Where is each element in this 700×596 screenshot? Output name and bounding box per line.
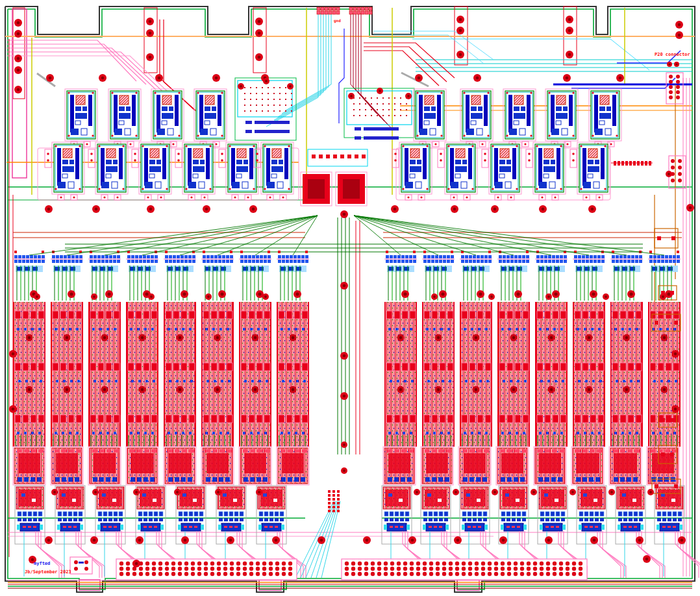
pad <box>205 113 216 119</box>
trace <box>282 13 329 114</box>
pad <box>621 161 624 166</box>
pin-pad <box>230 562 234 565</box>
pin-pad <box>678 159 682 163</box>
pin-pad <box>390 567 394 571</box>
pad-dot <box>572 153 575 155</box>
pad <box>657 512 661 516</box>
pad-grid <box>488 260 492 263</box>
pad-cluster <box>302 415 308 423</box>
pad-cluster <box>294 311 300 319</box>
pad <box>656 525 660 530</box>
hole-center <box>494 208 497 211</box>
pad <box>464 328 466 330</box>
pad <box>521 106 525 111</box>
pad <box>295 328 297 330</box>
pad <box>188 477 192 482</box>
pad <box>410 160 416 164</box>
pad-cluster <box>636 415 642 423</box>
pad-grid <box>386 260 389 263</box>
thermal-pad <box>205 95 214 105</box>
pad-grid <box>601 260 605 263</box>
pad-grid <box>514 255 518 258</box>
via-dot <box>365 115 366 116</box>
fiducial <box>79 188 81 190</box>
pad-dot <box>47 153 49 155</box>
pad <box>429 512 432 516</box>
pad <box>296 267 301 271</box>
pad <box>92 432 95 434</box>
silk-caption <box>255 121 290 124</box>
module-footprint <box>219 142 258 200</box>
connector-mark <box>634 526 637 528</box>
pad-cluster <box>68 415 74 423</box>
pad <box>114 328 116 330</box>
pin-pad <box>572 567 576 571</box>
trace <box>600 531 623 578</box>
pin-pad <box>676 80 680 84</box>
pad-grid <box>481 255 484 258</box>
pad <box>471 113 482 119</box>
pad-grid <box>290 260 293 263</box>
pad-grid <box>586 255 589 258</box>
pad-cluster <box>256 415 262 423</box>
pad-grid <box>447 260 450 263</box>
fiducial <box>197 134 199 136</box>
fiducial <box>111 134 113 136</box>
module-footprint <box>589 89 621 147</box>
pad-bar <box>569 95 573 126</box>
pad-dot <box>337 506 340 508</box>
pad <box>431 106 436 111</box>
via-hole <box>70 293 73 296</box>
pad <box>18 477 22 482</box>
pad-cluster <box>211 363 217 371</box>
pad-dot <box>90 159 93 162</box>
pad <box>671 236 675 240</box>
pin-pad <box>514 572 518 576</box>
pad <box>236 166 248 172</box>
pad-grid <box>590 260 593 263</box>
connector-mark <box>28 526 31 528</box>
pad <box>282 380 284 382</box>
pad-cluster <box>241 363 247 371</box>
pin-pad <box>262 567 266 571</box>
pad-dot <box>221 159 223 162</box>
pin-pad <box>217 572 221 576</box>
pad <box>520 477 525 482</box>
pin-pad <box>351 562 355 565</box>
fiducial <box>55 145 56 147</box>
module-footprint <box>175 142 215 200</box>
hole-center <box>101 77 105 80</box>
qfp-chip <box>336 172 367 206</box>
pin-pad <box>403 562 407 565</box>
pad-grid <box>601 255 605 258</box>
via-dot <box>291 105 292 106</box>
pad <box>547 267 552 271</box>
dense-copper-column <box>460 302 492 447</box>
pad-bar <box>206 148 210 179</box>
pin-pad <box>197 562 201 565</box>
pad <box>597 449 602 453</box>
tab-pad <box>325 7 328 10</box>
pin-pad <box>481 567 485 571</box>
copper-pour <box>140 490 162 506</box>
pad-grid <box>165 255 168 258</box>
pin-pad <box>282 572 286 576</box>
connector-mark <box>103 526 106 528</box>
pad <box>640 525 644 530</box>
pad-dot <box>60 196 62 198</box>
pad-cluster <box>553 363 558 371</box>
connector-mark <box>68 526 71 528</box>
pad <box>595 512 599 516</box>
pad-grid <box>188 255 192 258</box>
pad <box>259 518 263 521</box>
pin-pad <box>191 562 195 565</box>
pad-grid <box>623 260 627 263</box>
pad-dot <box>434 143 436 145</box>
hole-center <box>12 353 15 356</box>
pin-pad <box>119 562 123 565</box>
pad-grid <box>68 260 71 263</box>
pad-dot <box>129 143 131 145</box>
pad <box>233 499 237 502</box>
pad <box>199 182 205 188</box>
connector-mark <box>229 526 232 528</box>
